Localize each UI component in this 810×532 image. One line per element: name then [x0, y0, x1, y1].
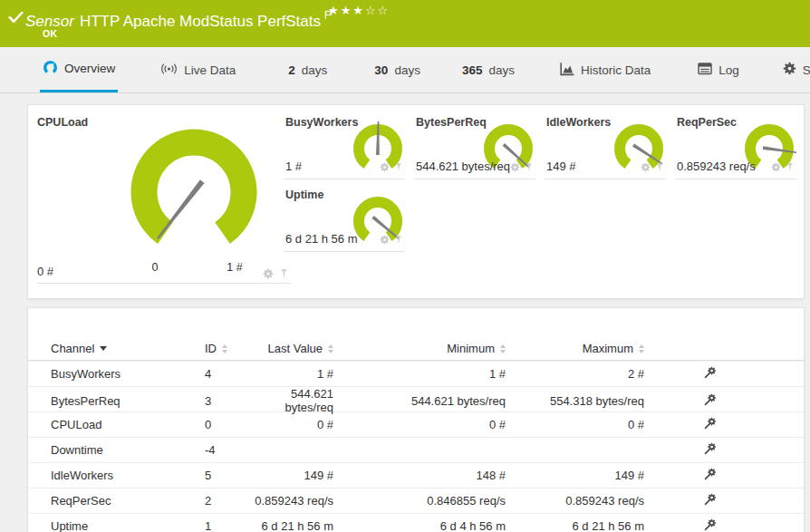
tab-overview[interactable]: Overview	[40, 47, 118, 92]
gauge-settings-gear-icon[interactable]	[380, 160, 390, 176]
sort-icon	[222, 344, 227, 353]
tab-label: Log	[718, 63, 739, 77]
tab-label: days	[488, 63, 515, 77]
gauge-title: Uptime	[285, 189, 323, 201]
gauge-settings-gear-icon[interactable]	[263, 266, 274, 283]
gauge-value: 1 #	[285, 160, 302, 173]
channel-id: -4	[205, 443, 246, 457]
table-header-row: Channel ID Last Value Minimum Maximum	[28, 337, 804, 361]
gear-icon	[783, 62, 796, 78]
table-row: IdleWorkers 5 149 # 148 # 149 #	[28, 462, 804, 488]
gauge-idleworkers[interactable]: IdleWorkers 149 #	[543, 111, 673, 179]
channel-id: 2	[205, 494, 246, 508]
column-header-minimum[interactable]: Minimum	[333, 342, 506, 355]
last-value: 149 #	[246, 469, 333, 482]
cell-divider	[37, 283, 291, 284]
column-header-maximum[interactable]: Maximum	[506, 342, 644, 355]
gauge-pin-icon[interactable]	[279, 266, 289, 283]
last-value: 0.859243 req/s	[246, 494, 333, 508]
tab-30-days[interactable]: 30 days	[371, 47, 423, 92]
channel-id: 5	[205, 469, 246, 482]
cpuload-gauge-dial	[119, 121, 273, 266]
channel-id: 4	[205, 367, 246, 381]
tab-label: days	[302, 63, 328, 77]
minimum-value: 148 #	[333, 469, 506, 482]
channel-name: Uptime	[51, 519, 205, 532]
gauge-settings-gear-icon[interactable]	[641, 160, 651, 176]
table-row: ReqPerSec 2 0.859243 req/s 0.846855 req/…	[28, 488, 804, 513]
column-header-channel[interactable]: Channel	[51, 342, 205, 355]
gauge-pin-icon[interactable]	[655, 160, 664, 176]
channel-name: BytesPerReq	[51, 394, 205, 408]
last-value: 544.621 bytes/req	[246, 387, 333, 414]
channel-settings-icon[interactable]	[704, 442, 717, 458]
table-row: BytesPerReq 3 544.621 bytes/req 544.621 …	[28, 386, 804, 411]
tab-historic-data[interactable]: Historic Data	[557, 47, 653, 92]
channel-settings-icon[interactable]	[704, 518, 717, 532]
cell-divider	[675, 179, 796, 179]
tab-2-days[interactable]: 2 days	[285, 47, 330, 92]
column-header-last-value[interactable]: Last Value	[246, 342, 333, 355]
channel-id: 0	[205, 418, 246, 431]
tab-365-days[interactable]: 365 days	[459, 47, 517, 92]
gauge-cpuload[interactable]: CPULoad 0 1 # 0 #	[35, 109, 276, 290]
minimum-value: 544.621 bytes/req	[333, 394, 506, 408]
gauge-title: CPULoad	[37, 116, 88, 129]
channel-settings-icon[interactable]	[704, 493, 717, 508]
tab-log[interactable]: Log	[695, 47, 742, 92]
gauge-title: BusyWorkers	[285, 116, 358, 129]
column-label: Last Value	[268, 342, 323, 355]
status-badge: OK	[43, 28, 58, 39]
gauge-min-label: 0	[142, 261, 168, 274]
channel-settings-icon[interactable]	[704, 417, 717, 432]
gauge-busyworkers[interactable]: BusyWorkers 1 #	[282, 111, 412, 179]
cell-divider	[545, 179, 666, 179]
sensor-status-header: SensorHTTP Apache ModStatus PerfStats ★★…	[0, 0, 810, 47]
gauge-bytesperreq[interactable]: BytesPerReq 544.621 bytes/req	[412, 111, 543, 179]
channel-settings-icon[interactable]	[704, 468, 717, 483]
gauge-reqpersec[interactable]: ReqPerSec 0.859243 req/s	[673, 111, 804, 179]
channel-name: IdleWorkers	[51, 469, 205, 482]
gauge-title: ReqPerSec	[677, 116, 737, 129]
gauge-pin-icon[interactable]	[786, 160, 795, 176]
column-header-id[interactable]: ID	[205, 342, 246, 355]
maximum-value: 149 #	[506, 469, 644, 482]
gauge-settings-gear-icon[interactable]	[771, 160, 781, 176]
channel-id: 3	[205, 394, 246, 408]
gauge-settings-gear-icon[interactable]	[510, 160, 520, 176]
tab-bar: Overview Live Data 2 days 30 days 365 da…	[0, 47, 810, 93]
last-value: 6 d 21 h 56 m	[246, 519, 333, 532]
maximum-value: 0 #	[506, 418, 644, 431]
gauge-title: BytesPerReq	[416, 116, 487, 129]
gauge-pin-icon[interactable]	[394, 160, 403, 176]
minimum-value: 1 #	[333, 367, 506, 381]
priority-stars[interactable]: ★★★☆☆	[328, 4, 390, 17]
maximum-value: 6 d 21 h 56 m	[506, 519, 644, 532]
channels-table: Channel ID Last Value Minimum Maximum	[28, 337, 804, 532]
maximum-value: 0.859243 req/s	[506, 494, 644, 508]
gauge-uptime[interactable]: Uptime 6 d 21 h 56 m	[282, 183, 412, 252]
gauges-panel: CPULoad 0 1 # 0 # BusyWorkers 1 #	[27, 104, 805, 299]
maximum-value: 2 #	[506, 367, 644, 381]
tab-number: 365	[462, 63, 483, 77]
gauge-icon	[43, 60, 58, 78]
maximum-value: 554.318 bytes/req	[506, 394, 644, 408]
broadcast-icon	[160, 63, 178, 78]
page-title: SensorHTTP Apache ModStatus PerfStats	[25, 6, 333, 31]
gauge-value: 6 d 21 h 56 m	[285, 232, 358, 246]
sort-icon	[639, 344, 644, 353]
tab-settings[interactable]: Settings	[780, 47, 810, 92]
gauge-pin-icon[interactable]	[394, 232, 403, 248]
minimum-value: 0 #	[333, 418, 506, 431]
table-row: CPULoad 0 0 # 0 # 0 #	[28, 411, 804, 437]
channel-settings-icon[interactable]	[704, 366, 717, 382]
gauge-pin-icon[interactable]	[525, 160, 534, 176]
channel-settings-icon[interactable]	[704, 393, 717, 409]
tab-live-data[interactable]: Live Data	[158, 47, 238, 92]
gauge-value: 0.859243 req/s	[677, 160, 756, 173]
gauge-settings-gear-icon[interactable]	[380, 232, 390, 248]
column-label: Maximum	[583, 342, 633, 355]
tab-number: 30	[374, 63, 388, 77]
cell-divider	[284, 179, 405, 179]
table-row: Downtime -4	[28, 437, 804, 462]
